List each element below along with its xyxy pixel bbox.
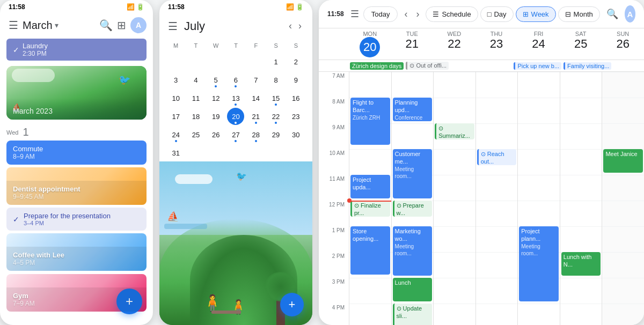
update-slides-task[interactable]: ⊙ Update sli... <box>393 304 433 325</box>
laundry-task[interactable]: ✓ Laundry 2:30 PM <box>6 39 147 61</box>
calendar-days: 1234567891011121314151617181920212223242… <box>166 53 306 161</box>
prev-month-button[interactable]: ‹ <box>287 18 294 34</box>
out-of-office-event[interactable]: ⊙ Out of offi... <box>406 62 449 70</box>
month-view-button[interactable]: ⊟ Month <box>558 6 600 22</box>
search-icon[interactable]: 🔍 <box>99 19 113 32</box>
calendar-day[interactable]: 5 <box>207 71 224 88</box>
hl-sat-3 <box>560 278 602 278</box>
hl-sat-4 <box>560 304 602 304</box>
status-time: 11:58 <box>9 3 25 11</box>
store-opening-event[interactable]: Store opening... <box>350 226 390 275</box>
project-planning-event[interactable]: Project plann... Meeting room... <box>519 226 559 301</box>
month-label: Month <box>574 10 593 18</box>
calendar-day[interactable]: 29 <box>267 126 284 143</box>
mini-hamburger-icon[interactable]: ☰ <box>168 20 178 33</box>
calendar-day[interactable]: 24 <box>167 126 185 143</box>
calendar-day[interactable]: 28 <box>247 126 265 143</box>
flight-event[interactable]: Flight to Barc... Zürich ZRH <box>350 98 390 145</box>
time-label-12pm: 12 PM <box>319 201 349 226</box>
dentist-content: Dentist appointment 9–9:45 AM <box>6 181 147 205</box>
project-update-event[interactable]: Project upda... <box>350 175 390 198</box>
calendar-day[interactable]: 23 <box>287 108 304 125</box>
bird-icon: 🐦 <box>119 74 130 86</box>
calendar-day[interactable]: 17 <box>167 108 185 125</box>
lunch-n-event[interactable]: Lunch with N... <box>561 252 601 276</box>
calendar-day[interactable]: 3 <box>167 71 185 88</box>
prepare-task[interactable]: ⊙ Prepare w... <box>393 201 433 217</box>
laundry-time: 2:30 PM <box>23 50 48 57</box>
presentation-task[interactable]: ✓ Prepare for the presentation 3–4 PM <box>6 208 147 231</box>
hl-wed-1 <box>434 226 475 227</box>
reach-out-task[interactable]: ⊙ Reach out... <box>477 149 517 165</box>
calendar-day[interactable]: 9 <box>287 71 304 88</box>
today-button[interactable]: Today <box>363 6 398 22</box>
status-bar: 11:58 📶 🔋 <box>0 0 153 14</box>
calendar-day[interactable]: 25 <box>187 126 204 143</box>
dow-wed: W <box>206 40 226 51</box>
hour-line-4pm <box>349 304 391 304</box>
family-event[interactable]: Family visiting... <box>564 62 611 70</box>
allday-col-tue: ⊙ Out of offi... <box>405 61 450 71</box>
time-label-2pm: 2 PM <box>319 252 349 278</box>
hamburger-icon[interactable]: ☰ <box>9 19 18 32</box>
finalize-task[interactable]: ⊙ Finalize pr... <box>350 201 390 217</box>
calendar-day[interactable]: 16 <box>287 90 304 107</box>
calendar-day[interactable]: 11 <box>187 90 204 107</box>
calendar-day[interactable]: 8 <box>267 71 284 88</box>
commute-event[interactable]: Commute 8–9 AM <box>6 141 147 165</box>
calendar-day[interactable]: 27 <box>227 126 244 143</box>
calendar-day[interactable]: 20 <box>227 108 244 125</box>
coffee-event-card[interactable]: Coffee with Lee 4–5 PM <box>6 233 147 271</box>
day-view-button[interactable]: □ Day <box>480 6 514 22</box>
customer-meeting-event[interactable]: Customer me... Meeting room... <box>393 149 433 198</box>
calendar-day[interactable]: 2 <box>287 53 304 70</box>
task-check-icon: ✓ <box>13 215 19 224</box>
next-month-button[interactable]: › <box>296 18 304 34</box>
calendar-day[interactable]: 6 <box>227 71 244 88</box>
hl-thu-3 <box>476 278 518 278</box>
calendar-day[interactable]: 1 <box>267 53 284 70</box>
hl-tue-9 <box>392 123 434 124</box>
calendar-day[interactable]: 19 <box>207 108 224 125</box>
mini-cal-header: ☰ July ‹ › <box>159 14 312 38</box>
meet-janice-event[interactable]: Meet Janice <box>603 149 643 173</box>
mini-fab-button[interactable]: + <box>280 293 304 316</box>
zurich-event[interactable]: Zürich design days <box>350 62 404 70</box>
col-header-sun: Sun 26 <box>602 28 644 60</box>
illus-picnic-table <box>211 311 241 314</box>
planning-update-event[interactable]: Planning upd... Conference ro... <box>393 98 433 121</box>
calendar-day[interactable]: 30 <box>287 126 304 143</box>
schedule-view-button[interactable]: ☰ Schedule <box>426 6 478 22</box>
calendar-day[interactable]: 21 <box>247 108 265 125</box>
desktop-search-icon[interactable]: 🔍 <box>604 6 620 22</box>
grid-col-sat: Lunch with N... <box>560 72 602 325</box>
hl-sat-1 <box>560 226 602 227</box>
calendar-day[interactable]: 10 <box>167 90 185 107</box>
header-icons: 🔍 ⊞ A <box>99 17 147 33</box>
calendar-day[interactable]: 15 <box>267 90 284 107</box>
avatar[interactable]: A <box>130 17 147 33</box>
calendar-day[interactable]: 14 <box>247 90 265 107</box>
desktop-hamburger[interactable]: ☰ <box>350 8 359 20</box>
next-week-button[interactable]: › <box>414 6 421 22</box>
prev-week-button[interactable]: ‹ <box>402 6 409 22</box>
calendar-day[interactable]: 22 <box>267 108 284 125</box>
month-title-area[interactable]: March ▾ <box>23 19 95 32</box>
grid-icon[interactable]: ⊞ <box>117 19 126 32</box>
calendar-day[interactable]: 18 <box>187 108 204 125</box>
marketing-workshop-event[interactable]: Marketing wo... Meeting room... <box>393 226 433 276</box>
desktop-avatar[interactable]: A <box>625 5 635 23</box>
calendar-day[interactable]: 13 <box>227 90 244 107</box>
calendar-day[interactable]: 26 <box>207 126 224 143</box>
calendar-day[interactable]: 31 <box>167 144 185 161</box>
calendar-day[interactable]: 7 <box>247 71 265 88</box>
gym-event-card[interactable]: Gym 7–9 AM <box>6 274 147 312</box>
calendar-day[interactable]: 12 <box>207 90 224 107</box>
dentist-event-card[interactable]: Dentist appointment 9–9:45 AM <box>6 167 147 205</box>
battery-icon: 🔋 <box>136 3 144 11</box>
lunch-tue-event[interactable]: Lunch <box>393 278 433 301</box>
week-view-button[interactable]: ⊞ Week <box>516 6 556 22</box>
summarize-task[interactable]: ⊙ Summariz... <box>435 123 474 139</box>
calendar-day[interactable]: 4 <box>187 71 204 88</box>
pickup-event[interactable]: Pick up new b... <box>514 62 561 70</box>
